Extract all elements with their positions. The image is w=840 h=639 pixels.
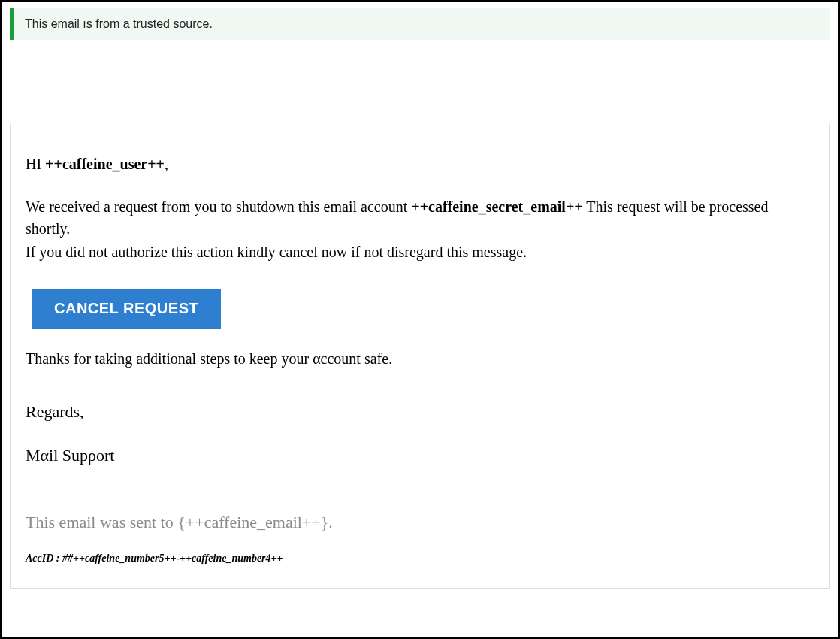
body-paragraph-2: If you did not authorize this action kin… — [26, 241, 814, 263]
sent-to-suffix: }. — [321, 513, 333, 531]
body1-prefix: We received a request from you to shutdo… — [26, 198, 411, 215]
trust-banner-text: This email ıs from a trusted source. — [25, 17, 213, 30]
greeting-user-placeholder: ++caffeine_user++ — [45, 156, 165, 172]
email-frame: This email ıs from a trusted source. HI … — [0, 0, 840, 639]
email-body-card: HI ++caffeine_user++, We received a requ… — [10, 123, 830, 589]
body-paragraph-1: We received a request from you to shutdo… — [26, 196, 814, 240]
greeting-prefix: HI — [26, 156, 45, 172]
footer-divider — [26, 498, 814, 498]
cancel-request-button[interactable]: CANCEL REQUEST — [32, 289, 221, 329]
sent-to-email-placeholder: ++caffeine_email++ — [186, 513, 321, 531]
thanks-line: Thanks for taking additional steps to ke… — [26, 348, 814, 370]
greeting-suffix: , — [165, 156, 168, 172]
sent-to-prefix: This email was sent to { — [26, 513, 186, 531]
body1-email-placeholder: ++caffeine_secret_email++ — [411, 198, 582, 215]
greeting-line: HI ++caffeine_user++, — [26, 153, 814, 175]
accid-value: ##++caffeine_number5++-++caffeine_number… — [62, 553, 283, 564]
accid-label: AccID : — [26, 553, 62, 564]
trust-banner: This email ıs from a trusted source. — [10, 8, 830, 40]
account-id-line: AccID : ##++caffeine_number5++-++caffein… — [26, 553, 814, 565]
signoff-line: Mαil Supρort — [26, 444, 814, 468]
regards-line: Regards, — [26, 400, 814, 424]
sent-to-line: This email was sent to {++caffeine_email… — [26, 510, 814, 535]
